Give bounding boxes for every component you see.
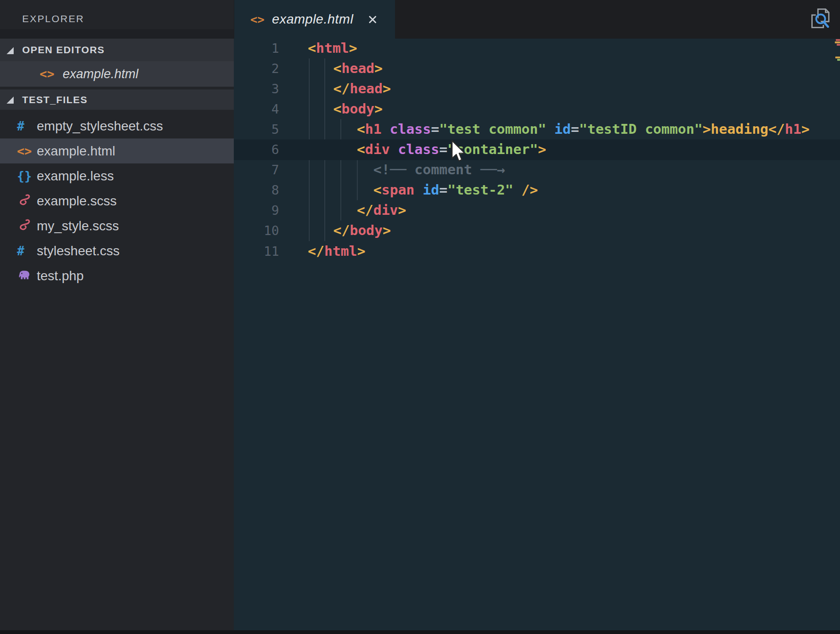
html-file-icon: <> [17,145,32,157]
code-text: </body> [333,220,391,241]
code-text: <h1 class="test common" id="testID commo… [357,119,809,139]
code-text: <body> [333,99,383,119]
code-line-11[interactable]: 11</html> [234,241,840,261]
file-item-test.php[interactable]: test.php [0,263,234,288]
open-preview-button[interactable] [810,8,832,30]
minimap-code-mark [836,39,840,41]
token-p: < [308,40,316,56]
file-item-example.less[interactable]: {}example.less [0,163,234,188]
mouse-cursor [451,140,467,165]
collapse-triangle-icon[interactable] [7,47,14,54]
line-number: 7 [234,160,279,180]
open-preview-icon [810,8,832,30]
token-p: > [357,243,365,259]
token-tag: div [373,202,398,218]
window-bottom-edge [0,630,840,634]
tab-example-html[interactable]: <> example.html [234,0,395,39]
less-file-icon: {} [17,170,32,182]
token-plain [390,141,398,157]
collapse-triangle-icon[interactable] [7,97,14,104]
code-text: <head> [333,58,383,79]
close-icon [367,14,379,25]
test-files-label: TEST_FILES [22,94,88,106]
token-tag: div [365,141,389,157]
line-number: 6 [234,139,279,160]
token-p: </ [357,202,373,218]
open-editor-item-example.html[interactable]: <>example.html [0,61,234,87]
code-editor[interactable]: 1<html>2<head>3</head>4<body>5<h1 class=… [234,39,840,634]
html-file-icon: <> [250,13,264,26]
token-tag: html [316,40,349,56]
token-plain [414,182,422,198]
token-p: > [374,60,382,76]
line-number: 5 [234,119,279,139]
token-eq: = [439,182,447,198]
vscode-window: EXPLORER OPEN EDITORS <>example.html TES… [0,0,840,634]
tab-title: example.html [272,12,354,27]
scss-file-icon [17,193,31,209]
line-number: 4 [234,99,279,119]
line-number: 1 [234,38,279,58]
open-editor-item-label: example.html [63,67,139,81]
minimap-code-mark [837,59,840,61]
code-line-3[interactable]: 3</head> [234,79,840,99]
token-tag: head [350,81,383,97]
code-line-1[interactable]: 1<html> [234,38,840,58]
token-tag: head [341,60,374,76]
token-p: < [333,101,341,117]
file-item-stylesheet.css[interactable]: #stylesheet.css [0,238,234,263]
token-tag: body [350,222,383,238]
line-number: 3 [234,79,279,99]
code-text: </div> [357,200,406,220]
test-files-header[interactable]: TEST_FILES [0,89,234,110]
token-text: heading [711,121,768,137]
file-item-label: test.php [37,268,84,284]
code-text: <span id="test-2" /> [373,180,538,200]
file-item-label: my_style.scss [37,219,119,234]
file-item-my_style.scss[interactable]: my_style.scss [0,213,234,238]
minimap-code-mark [835,41,840,43]
token-p: < [373,182,381,198]
scss-file-icon [17,218,31,234]
code-text: </html> [308,241,365,261]
explorer-title: EXPLORER [22,13,84,24]
token-p: > [801,121,809,137]
file-item-example.html[interactable]: <>example.html [0,138,234,163]
token-p: < [357,141,365,157]
code-line-10[interactable]: 10</body> [234,220,840,241]
token-p: > [538,141,546,157]
php-file-icon [17,268,31,284]
token-com: <!── comment ──→ [373,162,505,178]
file-item-example.scss[interactable]: example.scss [0,188,234,213]
file-item-label: example.less [37,169,114,184]
token-eq: = [439,141,447,157]
token-eq: = [571,121,579,137]
code-line-4[interactable]: 4<body> [234,99,840,119]
code-text: <!── comment ──→ [373,160,505,180]
html-file-icon: <> [40,68,54,80]
token-p: < [333,60,341,76]
code-line-9[interactable]: 9</div> [234,200,840,220]
token-p: </ [333,81,350,97]
code-line-6[interactable]: 6<div class="container"> [234,139,840,160]
token-p: > [383,222,391,238]
token-p: > [383,81,391,97]
token-plain [381,121,389,137]
code-text: <html> [308,38,357,58]
code-line-7[interactable]: 7<!── comment ──→ [234,160,840,180]
minimap-code-mark [837,44,840,46]
token-p: > [349,40,357,56]
file-item-empty_stylesheet.css[interactable]: #empty_stylesheet.css [0,114,234,138]
css-file-icon: # [17,120,25,132]
open-editors-header[interactable]: OPEN EDITORS [0,39,234,61]
code-line-5[interactable]: 5<h1 class="test common" id="testID comm… [234,119,840,139]
code-line-2[interactable]: 2<head> [234,58,840,79]
token-p: </ [768,121,785,137]
token-tag: html [324,243,357,259]
close-tab-button[interactable] [367,14,379,25]
code-line-8[interactable]: 8<span id="test-2" /> [234,180,840,200]
token-tag: h1 [365,121,381,137]
line-number: 10 [234,220,279,241]
token-p: < [357,121,365,137]
line-number: 8 [234,180,279,200]
